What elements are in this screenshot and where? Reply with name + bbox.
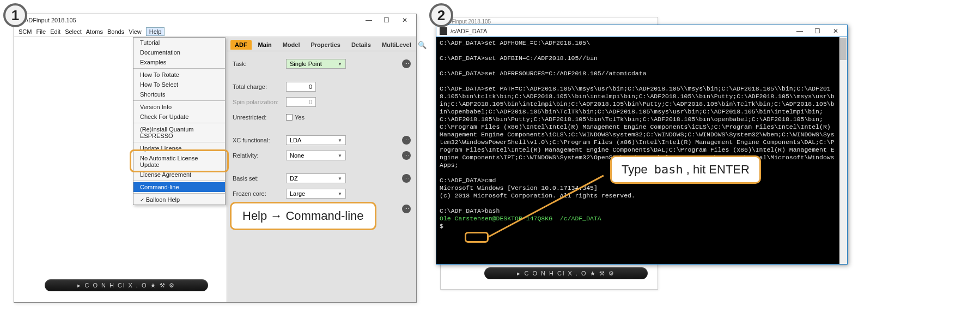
callout2-pre: Type	[622, 163, 651, 176]
frozen-select[interactable]: Large▼	[286, 189, 346, 199]
spin-input: 0	[286, 97, 316, 107]
rel-label: Relativity:	[233, 152, 286, 159]
task-label: Task:	[233, 61, 286, 67]
menubar: SCM File Edit Select Atoms Bonds View He…	[14, 26, 416, 37]
task-value: Single Point	[290, 61, 322, 67]
help-check-update[interactable]: Check For Update	[133, 112, 225, 122]
help-command-line[interactable]: Command-line	[133, 182, 225, 192]
help-update-license[interactable]: Update License	[133, 143, 225, 153]
workarea: Tutorial Documentation Examples How To R…	[14, 37, 416, 302]
xc-value: LDA	[290, 137, 301, 143]
charge-label: Total charge:	[233, 83, 286, 90]
basis-label: Basis set:	[233, 175, 286, 182]
basis-value: DZ	[290, 175, 298, 182]
task-select[interactable]: Single Point▼	[286, 59, 346, 69]
terminal-prompt-line: Ole Carstensen@DESKTOP-147Q8KG /c/ADF_DA…	[440, 215, 836, 223]
terminal-title: /c/ADF_DATA	[451, 27, 487, 35]
terminal-scrollbar[interactable]	[839, 37, 847, 264]
settings-tabs: ADF Main Model Properties Details MultiL…	[227, 37, 416, 51]
panel-2: ADFinput 2018.105 ▸ C O N H Cl X . O ★ ⚒…	[430, 14, 850, 303]
basis-select[interactable]: DZ▼	[286, 173, 346, 183]
terminal-close-button[interactable]: ✕	[827, 27, 844, 35]
atom-toolbar[interactable]: ▸ C O N H Cl X . O ★ ⚒ ⚙	[45, 279, 208, 291]
callout2-post: , hit ENTER	[686, 163, 750, 176]
terminal-body[interactable]: C:\ADF_DATA>set ADFHOME_=C:\ADF2018.105\…	[436, 37, 839, 264]
tab-adf[interactable]: ADF	[230, 40, 252, 50]
rel-value: None	[290, 152, 304, 159]
help-no-auto-license[interactable]: No Automatic License Update	[133, 153, 225, 170]
unrestricted-value: Yes	[295, 114, 305, 121]
help-license-agreement[interactable]: License Agreement	[133, 170, 225, 179]
maximize-button[interactable]: ☐	[379, 16, 395, 24]
help-reinstall-qe[interactable]: (Re)Install Quantum ESPRESSO	[133, 124, 225, 141]
terminal-dollar-prompt: $	[440, 223, 836, 230]
step-number: 1	[11, 7, 19, 24]
rel-select[interactable]: None▼	[286, 151, 346, 160]
minimize-button[interactable]: —	[361, 16, 377, 24]
callout-type-bash: Type bash, hit ENTER	[610, 155, 761, 184]
menu-edit[interactable]: Edit	[50, 28, 60, 35]
step-badge-1: 1	[3, 3, 27, 27]
atom-toolbar-ghost: ▸ C O N H Cl X . O ★ ⚒ ⚙	[484, 267, 648, 279]
frozen-value: Large	[290, 190, 305, 197]
tab-properties[interactable]: Properties	[306, 40, 344, 50]
xc-label: XC functional:	[233, 137, 286, 143]
menu-help[interactable]: Help	[146, 27, 165, 36]
callout-text: Help → Command-line	[242, 209, 364, 223]
tab-multilevel[interactable]: MultiLevel	[378, 40, 416, 50]
adfinput-window: ⧗ ADFinput 2018.105 — ☐ ✕ SCM File Edit …	[14, 14, 417, 303]
help-how-to-select[interactable]: How To Select	[133, 80, 225, 89]
menu-scm[interactable]: SCM	[19, 28, 32, 35]
search-icon[interactable]: 🔍	[418, 41, 429, 49]
frozen-label: Frozen core:	[233, 190, 286, 197]
menu-file[interactable]: File	[36, 28, 46, 35]
window-title: ADFinput 2018.105	[25, 17, 76, 23]
terminal-window: /c/ADF_DATA — ☐ ✕ C:\ADF_DATA>set ADFHOM…	[436, 25, 848, 265]
help-shortcuts[interactable]: Shortcuts	[133, 89, 225, 99]
help-balloon-help[interactable]: Balloon Help	[133, 195, 225, 205]
terminal-icon	[440, 27, 447, 35]
task-more-icon[interactable]: ⋯	[402, 59, 411, 68]
rel-more-icon[interactable]: ⋯	[402, 151, 411, 160]
xc-select[interactable]: LDA▼	[286, 135, 346, 145]
charge-input[interactable]: 0	[286, 82, 316, 92]
help-how-to-rotate[interactable]: How To Rotate	[133, 70, 225, 80]
terminal-controls: — ☐ ✕	[792, 27, 844, 35]
help-tutorial[interactable]: Tutorial	[133, 38, 225, 47]
tab-main[interactable]: Main	[254, 40, 276, 50]
numq-more-icon[interactable]: ⋯	[402, 205, 411, 213]
help-examples[interactable]: Examples	[133, 57, 225, 67]
unrestricted-label: Unrestricted:	[233, 114, 286, 121]
menu-bonds[interactable]: Bonds	[107, 28, 124, 35]
callout2-cmd: bash	[654, 163, 683, 176]
spin-label: Spin polarization:	[233, 99, 286, 105]
xc-more-icon[interactable]: ⋯	[402, 136, 411, 145]
menu-view[interactable]: View	[129, 28, 142, 35]
tab-details[interactable]: Details	[347, 40, 375, 50]
help-dropdown: Tutorial Documentation Examples How To R…	[133, 37, 226, 205]
terminal-titlebar: /c/ADF_DATA — ☐ ✕	[436, 25, 847, 37]
unrestricted-checkbox[interactable]	[286, 114, 293, 121]
terminal-minimize-button[interactable]: —	[792, 27, 808, 35]
tab-model[interactable]: Model	[278, 40, 305, 50]
help-version-info[interactable]: Version Info	[133, 102, 225, 112]
step-badge-2: 2	[429, 3, 453, 27]
settings-panel: ADF Main Model Properties Details MultiL…	[227, 37, 416, 302]
menu-atoms[interactable]: Atoms	[86, 28, 103, 35]
step-number: 2	[437, 7, 445, 24]
menu-select[interactable]: Select	[65, 28, 82, 35]
callout-help-commandline: Help → Command-line	[230, 202, 376, 230]
terminal-maximize-button[interactable]: ☐	[809, 27, 826, 35]
close-button[interactable]: ✕	[397, 16, 413, 24]
titlebar: ⧗ ADFinput 2018.105 — ☐ ✕	[14, 14, 416, 26]
help-documentation[interactable]: Documentation	[133, 47, 225, 57]
basis-more-icon[interactable]: ⋯	[402, 174, 411, 183]
window-controls: — ☐ ✕	[361, 16, 413, 24]
